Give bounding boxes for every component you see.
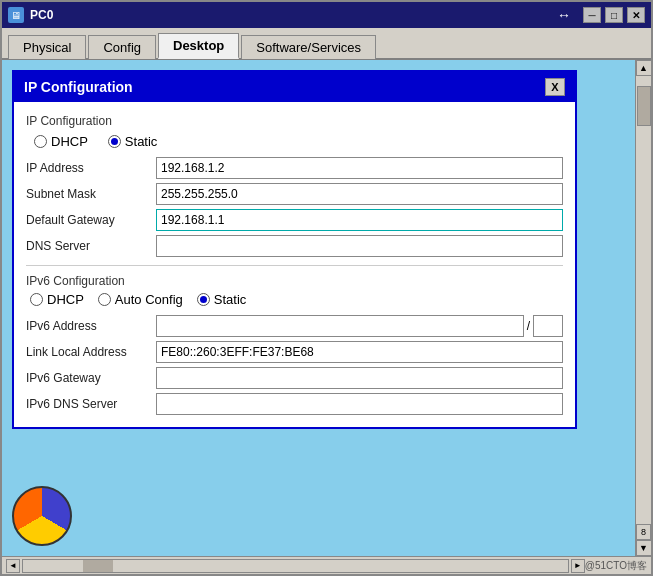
ipv6-static-circle[interactable] <box>197 293 210 306</box>
ipv6-address-label: IPv6 Address <box>26 319 156 333</box>
scroll-down-arrow[interactable]: ▼ <box>636 540 652 556</box>
ipv6-radio-group: DHCP Auto Config Static <box>30 292 563 307</box>
ipv6-gateway-label: IPv6 Gateway <box>26 371 156 385</box>
ipv6-gateway-row: IPv6 Gateway <box>26 367 563 389</box>
link-local-input[interactable] <box>156 341 563 363</box>
ipv6-auto-radio[interactable]: Auto Config <box>98 292 183 307</box>
ip-address-input[interactable] <box>156 157 563 179</box>
window-icon: 🖥 <box>8 7 24 23</box>
title-bar: 🖥 PC0 ↔ ─ □ ✕ <box>2 2 651 28</box>
dns-server-input[interactable] <box>156 235 563 257</box>
tab-config[interactable]: Config <box>88 35 156 59</box>
scroll-right-arrow[interactable]: ► <box>571 559 585 573</box>
link-local-row: Link Local Address <box>26 341 563 363</box>
vertical-scrollbar[interactable]: ▲ 8 ▼ <box>635 60 651 556</box>
subnet-mask-input[interactable] <box>156 183 563 205</box>
ipv6-auto-label: Auto Config <box>115 292 183 307</box>
pie-chart <box>12 486 72 546</box>
ipv6-dhcp-radio[interactable]: DHCP <box>30 292 84 307</box>
ip-config-header: IP Configuration X <box>14 72 575 102</box>
ipv4-section-label: IP Configuration <box>26 114 563 128</box>
ipv4-radio-group: DHCP Static <box>34 134 563 149</box>
static-radio[interactable]: Static <box>108 134 158 149</box>
tab-physical[interactable]: Physical <box>8 35 86 59</box>
right-label: 8 <box>636 524 651 540</box>
ipv6-input-wrapper: / <box>156 315 563 337</box>
default-gateway-label: Default Gateway <box>26 213 156 227</box>
content-area: IP Configuration X IP Configuration DHCP <box>2 60 635 556</box>
horizontal-scrollbar: ◄ ► <box>6 559 585 573</box>
ipv6-dns-label: IPv6 DNS Server <box>26 397 156 411</box>
main-window: 🖥 PC0 ↔ ─ □ ✕ Physical Config Desktop So… <box>0 0 653 576</box>
subnet-mask-label: Subnet Mask <box>26 187 156 201</box>
ipv6-address-input[interactable] <box>156 315 524 337</box>
dhcp-label: DHCP <box>51 134 88 149</box>
default-gateway-row: Default Gateway <box>26 209 563 231</box>
ipv6-gateway-input[interactable] <box>156 367 563 389</box>
tab-software-services[interactable]: Software/Services <box>241 35 376 59</box>
resize-icon: ↔ <box>557 7 571 23</box>
dns-server-label: DNS Server <box>26 239 156 253</box>
close-button[interactable]: ✕ <box>627 7 645 23</box>
ipv6-static-label: Static <box>214 292 247 307</box>
ip-config-title: IP Configuration <box>24 79 133 95</box>
divider <box>26 265 563 266</box>
scroll-thumb[interactable] <box>637 86 651 126</box>
title-bar-controls: ↔ ─ □ ✕ <box>557 7 645 23</box>
nav-tabs: Physical Config Desktop Software/Service… <box>2 28 651 60</box>
ipv6-dns-input[interactable] <box>156 393 563 415</box>
watermark: @51CTO博客 <box>585 559 647 573</box>
tab-desktop[interactable]: Desktop <box>158 33 239 59</box>
statusbar: ◄ ► @51CTO博客 <box>2 556 651 574</box>
static-radio-circle[interactable] <box>108 135 121 148</box>
h-scroll-thumb[interactable] <box>83 560 113 572</box>
scroll-up-arrow[interactable]: ▲ <box>636 60 652 76</box>
ipv6-dhcp-label: DHCP <box>47 292 84 307</box>
ipv6-dhcp-circle[interactable] <box>30 293 43 306</box>
ipv6-section-label: IPv6 Configuration <box>26 274 563 288</box>
bottom-icon-area <box>12 486 72 546</box>
subnet-mask-row: Subnet Mask <box>26 183 563 205</box>
dhcp-radio[interactable]: DHCP <box>34 134 88 149</box>
default-gateway-input[interactable] <box>156 209 563 231</box>
ip-config-panel: IP Configuration X IP Configuration DHCP <box>12 70 577 429</box>
link-local-label: Link Local Address <box>26 345 156 359</box>
dns-server-row: DNS Server <box>26 235 563 257</box>
ipv6-slash: / <box>524 319 533 333</box>
dhcp-radio-circle[interactable] <box>34 135 47 148</box>
ipv6-static-radio[interactable]: Static <box>197 292 247 307</box>
h-scroll-track <box>22 559 569 573</box>
ip-address-row: IP Address <box>26 157 563 179</box>
ipv6-prefix-input[interactable] <box>533 315 563 337</box>
window-title: PC0 <box>30 8 53 22</box>
ip-address-label: IP Address <box>26 161 156 175</box>
ipv6-address-row: IPv6 Address / <box>26 315 563 337</box>
ip-config-close-button[interactable]: X <box>545 78 565 96</box>
static-label: Static <box>125 134 158 149</box>
main-content: IP Configuration X IP Configuration DHCP <box>2 60 651 556</box>
ipv6-auto-circle[interactable] <box>98 293 111 306</box>
ipv6-dns-row: IPv6 DNS Server <box>26 393 563 415</box>
maximize-button[interactable]: □ <box>605 7 623 23</box>
scroll-track <box>636 76 651 524</box>
minimize-button[interactable]: ─ <box>583 7 601 23</box>
scroll-left-arrow[interactable]: ◄ <box>6 559 20 573</box>
title-bar-left: 🖥 PC0 <box>8 7 53 23</box>
ip-config-body: IP Configuration DHCP Static <box>14 102 575 427</box>
